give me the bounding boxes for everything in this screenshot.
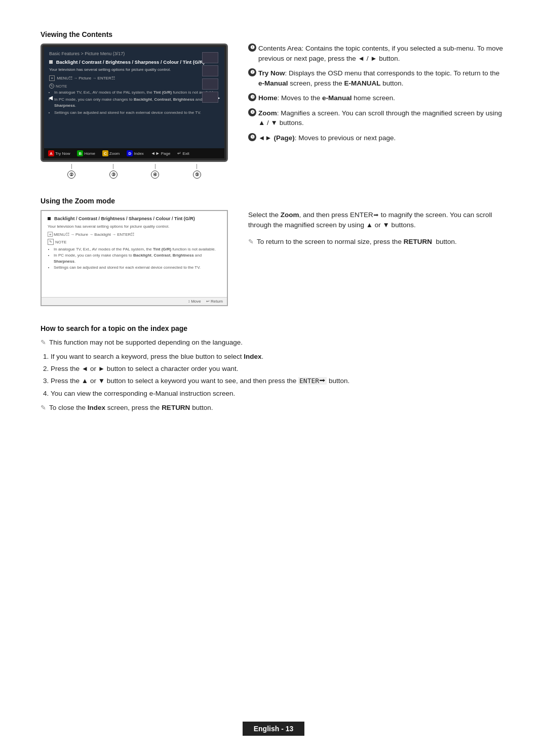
- tv-menu-path: ≡ MENU☷ → Picture → ENTER☷: [49, 75, 219, 81]
- search-section: How to search for a topic on the index p…: [41, 324, 506, 413]
- tv-bullet-3: Settings can be adjusted and stored for …: [54, 110, 219, 116]
- tv-btn-exit: ↵ Exit: [177, 151, 189, 156]
- note-icon: ✎: [49, 83, 54, 89]
- zoom-body: Your television has several setting opti…: [48, 224, 221, 229]
- zoom-note-return: ✎ To return to the screen to normal size…: [248, 237, 506, 247]
- tv-btn-zoom: C Zoom: [102, 150, 120, 156]
- tv-btn-try-now: A Try Now: [48, 150, 70, 156]
- callout-3-num: ③: [109, 171, 118, 179]
- tv-content-area: Basic Features > Picture Menu (3/17) Bac…: [44, 47, 224, 148]
- viewing-contents-section: Viewing the Contents Basic Features > Pi…: [41, 30, 506, 179]
- closing-note-icon: ✎: [41, 403, 46, 413]
- callout-num-5: ❺: [248, 133, 256, 141]
- callout-row-5: ❺ ◄► (Page): Moves to previous or next p…: [248, 133, 506, 143]
- zoom-mode-layout: Backlight / Contrast / Brightness / Shar…: [41, 210, 506, 306]
- menu-icon: ≡: [49, 75, 55, 81]
- zoom-mode-section: Using the Zoom mode Backlight / Contrast…: [41, 197, 506, 306]
- zoom-return-label: ↩ Return: [206, 299, 223, 304]
- tv-note-box: ✎ NOTE In analogue TV, Ext., AV modes of…: [49, 83, 219, 116]
- tv-thumb-1: [202, 52, 218, 63]
- search-steps-list: If you want to search a keyword, press t…: [41, 352, 506, 399]
- callout-descriptions: ❶ Contents Area: Contains the topic cont…: [248, 44, 506, 148]
- tv-btn-index: D Index: [127, 150, 144, 156]
- callout-2-num: ②: [67, 171, 75, 179]
- zoom-bullets: In analogue TV, Ext., AV modes of the PA…: [48, 246, 221, 271]
- tv-frame: Basic Features > Picture Menu (3/17) Bac…: [41, 44, 228, 162]
- zoom-square-icon: [48, 217, 51, 220]
- callout-row-3: ❸ Home: Moves to the e-Manual home scree…: [248, 93, 506, 103]
- callout-text-5: ◄► (Page): Moves to previous or next pag…: [258, 133, 506, 143]
- search-note-text: This function may not be supported depen…: [49, 338, 243, 348]
- btn-yellow: C: [102, 150, 108, 156]
- callout-num-1: ❶: [248, 44, 256, 52]
- callout-text-1: Contents Area: Contains the topic conten…: [258, 44, 506, 63]
- callout-text-2: Try Now: Displays the OSD menu that corr…: [258, 68, 506, 88]
- search-step-4: You can view the corresponding e-Manual …: [51, 389, 506, 399]
- zoom-bottom-bar: ↕ Move ↩ Return: [42, 297, 227, 305]
- tv-btn-home: B Home: [77, 150, 95, 156]
- bottom-callout-row: ② ③ ④ ⑤: [41, 164, 228, 179]
- zoom-bullet-1: In analogue TV, Ext., AV modes of the PA…: [54, 246, 221, 253]
- tv-note-label: ✎ NOTE: [49, 83, 219, 89]
- callout-4-num: ④: [151, 171, 159, 179]
- callout-3-line: [113, 164, 113, 169]
- viewing-contents-layout: Basic Features > Picture Menu (3/17) Bac…: [41, 44, 506, 179]
- callout-row-2: ❷ Try Now: Displays the OSD menu that co…: [248, 68, 506, 88]
- zoom-move-label: ↕ Move: [188, 299, 201, 304]
- zoom-return-text: To return to the screen to normal size, …: [257, 237, 457, 247]
- zoom-topic-title: Backlight / Contrast / Brightness / Shar…: [48, 216, 221, 221]
- tv-topic-title: Backlight / Contrast / Brightness / Shar…: [49, 59, 219, 65]
- btn-red: A: [48, 150, 54, 156]
- zoom-screen: Backlight / Contrast / Brightness / Shar…: [41, 210, 228, 306]
- search-note-icon: ✎: [41, 338, 46, 348]
- zoom-bullet-3: Settings can be adjusted and stored for …: [54, 265, 221, 271]
- search-step-2: Press the ◄ or ► button to select a char…: [51, 364, 506, 374]
- bottom-callout-5: ⑤: [193, 164, 201, 179]
- bottom-callout-2: ②: [67, 164, 75, 179]
- zoom-menu-path: ≡ MENU☷ → Picture → Backlight → ENTER☷: [48, 232, 221, 237]
- enter-key-label: ENTER⮕: [298, 377, 327, 385]
- tv-nav-left-arrow: ◄: [47, 94, 54, 102]
- tv-bullet-list: In analogue TV, Ext., AV modes of the PA…: [49, 90, 219, 116]
- tv-btn-page: ◄► Page: [151, 151, 171, 156]
- zoom-bullet-2: In PC mode, you can only make changes to…: [54, 253, 221, 265]
- search-closing-note: ✎ To close the Index screen, press the R…: [41, 403, 506, 413]
- tv-screen: Basic Features > Picture Menu (3/17) Bac…: [44, 47, 224, 158]
- btn-green: B: [77, 150, 83, 156]
- tv-thumb-4: [202, 92, 218, 103]
- search-section-title: How to search for a topic on the index p…: [41, 324, 506, 332]
- callout-text-4: Zoom: Magnifies a screen. You can scroll…: [258, 108, 506, 128]
- tv-outer: Basic Features > Picture Menu (3/17) Bac…: [41, 44, 228, 179]
- bottom-callout-4: ④: [151, 164, 159, 179]
- zoom-menu-icon: ≡: [48, 232, 53, 237]
- zoom-mode-title: Using the Zoom mode: [41, 197, 506, 205]
- zoom-note-header: ✎ NOTE: [48, 239, 221, 245]
- page-footer: English - 13: [0, 722, 547, 736]
- search-step-3: Press the ▲ or ▼ button to select a keyw…: [51, 376, 506, 386]
- callout-num-4: ❹: [248, 108, 256, 116]
- tv-bullet-1: In analogue TV, Ext., AV modes of the PA…: [54, 90, 219, 96]
- callout-4-line: [155, 164, 155, 169]
- callout-5-line: [197, 164, 197, 169]
- zoom-right-text-1: Select the Zoom, and then press ENTER⮕ t…: [248, 210, 506, 231]
- callout-2-line: [71, 164, 72, 169]
- tv-mockup-wrapper: Basic Features > Picture Menu (3/17) Bac…: [41, 44, 228, 179]
- callout-num-3: ❸: [248, 93, 256, 101]
- tv-sidebar-thumbnails: [202, 52, 218, 103]
- page-number-box: English - 13: [243, 722, 305, 736]
- closing-note-text: To close the Index screen, press the RET…: [49, 403, 213, 413]
- zoom-mockup-wrapper: Backlight / Contrast / Brightness / Shar…: [41, 210, 228, 306]
- search-note-line: ✎ This function may not be supported dep…: [41, 338, 506, 348]
- callout-row-1: ❶ Contents Area: Contains the topic cont…: [248, 44, 506, 63]
- tv-bottom-bar: A Try Now B Home C Zoom: [44, 148, 224, 158]
- zoom-right-col: Select the Zoom, and then press ENTER⮕ t…: [248, 210, 506, 250]
- btn-blue: D: [127, 150, 133, 156]
- tv-thumb-3: [202, 78, 218, 90]
- zoom-note-section: ✎ NOTE In analogue TV, Ext., AV modes of…: [48, 239, 221, 271]
- tv-breadcrumb: Basic Features > Picture Menu (3/17): [49, 51, 219, 56]
- callout-text-3: Home: Moves to the e-Manual home screen.: [258, 93, 506, 103]
- page-number-label: English - 13: [254, 725, 294, 733]
- zoom-pen-icon: ✎: [48, 239, 54, 245]
- note-pencil-icon: ✎: [248, 237, 254, 247]
- viewing-contents-title: Viewing the Contents: [41, 30, 506, 38]
